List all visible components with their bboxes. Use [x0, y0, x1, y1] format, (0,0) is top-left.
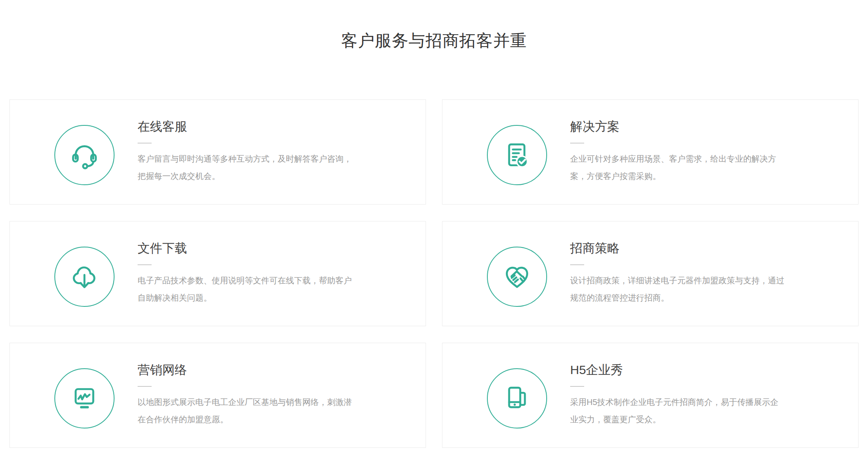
- feature-card: 招商策略 设计招商政策，详细讲述电子元器件加盟政策与支持，通过 规范的流程管控进…: [442, 221, 859, 326]
- description-line: 业实力，覆盖更广受众。: [570, 411, 809, 428]
- card-title: 在线客服: [138, 119, 377, 134]
- description-line: 客户留言与即时沟通等多种互动方式，及时解答客户咨询，: [138, 150, 377, 167]
- section-title: 客户服务与招商拓客并重: [0, 31, 868, 49]
- description-line: 在合作伙伴的加盟意愿。: [138, 411, 377, 428]
- feature-card: 营销网络 以地图形式展示电子电工企业厂区基地与销售网络，刺激潜 在合作伙伴的加盟…: [9, 343, 426, 448]
- description-line: 电子产品技术参数、使用说明等文件可在线下载，帮助客户: [138, 272, 377, 289]
- headset-icon: [70, 140, 99, 170]
- description-line: 规范的流程管控进行招商。: [570, 289, 809, 306]
- title-divider: [570, 264, 584, 265]
- title-divider: [570, 143, 584, 144]
- card-content: 营销网络 以地图形式展示电子电工企业厂区基地与销售网络，刺激潜 在合作伙伴的加盟…: [138, 362, 377, 428]
- icon-circle: [487, 125, 547, 185]
- feature-section: 客户服务与招商拓客并重 在线客服 客户留言与即时沟通等多种互动方式，及时解答客户…: [0, 31, 868, 448]
- card-content: 解决方案 企业可针对多种应用场景、客户需求，给出专业的解决方 案，方便客户按需采…: [570, 119, 809, 185]
- card-description: 采用H5技术制作企业电子元件招商简介，易于传播展示企 业实力，覆盖更广受众。: [570, 393, 809, 428]
- card-description: 企业可针对多种应用场景、客户需求，给出专业的解决方 案，方便客户按需采购。: [570, 150, 809, 185]
- card-title: 文件下载: [138, 241, 377, 256]
- cloud-download-icon: [70, 262, 99, 292]
- card-content: H5企业秀 采用H5技术制作企业电子元件招商简介，易于传播展示企 业实力，覆盖更…: [570, 362, 809, 428]
- description-line: 把握每一次成交机会。: [138, 167, 377, 185]
- card-title: 营销网络: [138, 362, 377, 377]
- title-divider: [138, 143, 152, 144]
- description-line: 以地图形式展示电子电工企业厂区基地与销售网络，刺激潜: [138, 393, 377, 411]
- description-line: 自助解决相关问题。: [138, 289, 377, 306]
- handshake-heart-icon: [502, 262, 532, 292]
- card-description: 电子产品技术参数、使用说明等文件可在线下载，帮助客户 自助解决相关问题。: [138, 272, 377, 306]
- feature-card: 在线客服 客户留言与即时沟通等多种互动方式，及时解答客户咨询， 把握每一次成交机…: [9, 99, 426, 205]
- description-line: 采用H5技术制作企业电子元件招商简介，易于传播展示企: [570, 393, 809, 411]
- feature-grid: 在线客服 客户留言与即时沟通等多种互动方式，及时解答客户咨询， 把握每一次成交机…: [9, 99, 859, 448]
- feature-card: 文件下载 电子产品技术参数、使用说明等文件可在线下载，帮助客户 自助解决相关问题…: [9, 221, 426, 326]
- title-divider: [138, 264, 152, 265]
- card-content: 在线客服 客户留言与即时沟通等多种互动方式，及时解答客户咨询， 把握每一次成交机…: [138, 119, 377, 185]
- icon-circle: [54, 125, 115, 185]
- icon-circle: [54, 368, 115, 428]
- card-content: 文件下载 电子产品技术参数、使用说明等文件可在线下载，帮助客户 自助解决相关问题…: [138, 241, 377, 306]
- title-divider: [570, 386, 584, 387]
- icon-circle: [487, 368, 547, 428]
- card-title: 解决方案: [570, 119, 809, 134]
- card-title: 招商策略: [570, 241, 809, 256]
- icon-circle: [487, 247, 547, 307]
- description-line: 设计招商政策，详细讲述电子元器件加盟政策与支持，通过: [570, 272, 809, 289]
- title-divider: [138, 386, 152, 387]
- card-title: H5企业秀: [570, 362, 809, 377]
- card-description: 以地图形式展示电子电工企业厂区基地与销售网络，刺激潜 在合作伙伴的加盟意愿。: [138, 393, 377, 428]
- card-content: 招商策略 设计招商政策，详细讲述电子元器件加盟政策与支持，通过 规范的流程管控进…: [570, 241, 809, 306]
- card-description: 客户留言与即时沟通等多种互动方式，及时解答客户咨询， 把握每一次成交机会。: [138, 150, 377, 185]
- card-description: 设计招商政策，详细讲述电子元器件加盟政策与支持，通过 规范的流程管控进行招商。: [570, 272, 809, 306]
- feature-card: 解决方案 企业可针对多种应用场景、客户需求，给出专业的解决方 案，方便客户按需采…: [442, 99, 859, 205]
- icon-circle: [54, 247, 115, 307]
- description-line: 案，方便客户按需采购。: [570, 167, 809, 185]
- monitor-chart-icon: [70, 384, 99, 413]
- feature-card: H5企业秀 采用H5技术制作企业电子元件招商简介，易于传播展示企 业实力，覆盖更…: [442, 343, 859, 448]
- document-check-icon: [502, 140, 532, 170]
- phone-icon: [502, 384, 532, 413]
- description-line: 企业可针对多种应用场景、客户需求，给出专业的解决方: [570, 150, 809, 167]
